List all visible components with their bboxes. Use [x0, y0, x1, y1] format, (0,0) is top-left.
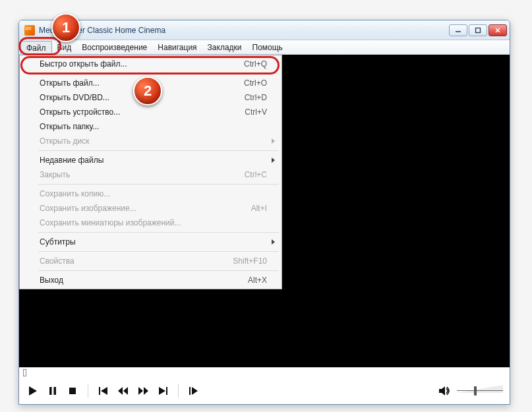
menu-item-6: Открыть диск	[21, 134, 280, 148]
play-button[interactable]	[26, 384, 40, 398]
app-icon	[24, 25, 35, 36]
menu-item-shortcut: Ctrl+C	[245, 170, 267, 179]
svg-rect-8	[99, 387, 100, 395]
maximize-button[interactable]	[469, 24, 487, 36]
menu-item-label: Открыть устройство...	[40, 107, 245, 117]
menu-item-shortcut: Alt+I	[251, 204, 267, 213]
menu-item-label: Быстро открыть файл...	[40, 59, 244, 69]
menu-separator	[38, 232, 279, 233]
menu-item-label: Открыть диск	[40, 136, 267, 146]
menu-item-shortcut: Ctrl+O	[244, 78, 267, 88]
menu-item-15[interactable]: Субтитры	[21, 235, 280, 249]
svg-marker-4	[29, 386, 37, 396]
volume-track-icon	[457, 385, 503, 393]
menu-item-0[interactable]: Быстро открыть файл...Ctrl+Q	[21, 57, 280, 71]
svg-rect-15	[166, 387, 167, 395]
menu-item-label: Свойства	[40, 256, 233, 266]
control-separator	[88, 384, 88, 397]
volume-thumb[interactable]	[474, 386, 477, 396]
mute-button[interactable]	[437, 384, 452, 398]
menu-item-label: Сохранить копию...	[40, 189, 267, 198]
menubar-item-3[interactable]: Навигация	[152, 40, 202, 54]
forward-button[interactable]	[136, 384, 150, 398]
menu-separator	[38, 150, 279, 151]
menu-item-11: Сохранить копию...	[21, 187, 280, 201]
menubar-item-1[interactable]: Вид	[52, 40, 77, 54]
control-separator	[178, 384, 179, 397]
menu-item-5[interactable]: Открыть папку...	[21, 119, 280, 134]
menu-item-label: Закрыть	[40, 170, 245, 179]
submenu-arrow-icon	[272, 158, 275, 163]
seek-bar[interactable]	[19, 367, 510, 378]
menu-item-label: Недавние файлы	[40, 156, 267, 165]
menubar-item-4[interactable]: Закладки	[202, 40, 247, 54]
playback-controls	[19, 378, 510, 404]
svg-rect-1	[476, 28, 481, 32]
svg-rect-16	[189, 387, 191, 395]
menu-item-label: Выход	[40, 276, 248, 285]
menu-item-shortcut: Alt+X	[248, 276, 267, 285]
menu-item-label: Сохранить изображение...	[40, 204, 251, 213]
window-title: Media Player Classic Home Cinema	[39, 26, 449, 35]
menu-separator	[38, 270, 279, 271]
svg-marker-18	[439, 386, 445, 396]
menu-separator	[38, 184, 279, 185]
menubar-item-5[interactable]: Помощь	[247, 40, 288, 54]
menu-item-label: Субтитры	[40, 237, 267, 247]
svg-rect-6	[54, 387, 57, 395]
menubar-item-0[interactable]: Файл	[20, 41, 52, 54]
menu-item-shortcut: Ctrl+Q	[244, 59, 267, 69]
svg-marker-10	[118, 387, 123, 395]
menu-item-13: Сохранить миниатюры изображений...	[21, 216, 280, 230]
menu-item-4[interactable]: Открыть устройство...Ctrl+V	[21, 105, 280, 119]
svg-rect-5	[49, 387, 52, 395]
menu-item-label: Сохранить миниатюры изображений...	[40, 218, 267, 227]
close-button[interactable]	[488, 24, 507, 36]
menu-item-shortcut: Ctrl+D	[245, 93, 267, 102]
menubar-item-2[interactable]: Воспроизведение	[76, 40, 152, 54]
stop-button[interactable]	[65, 384, 80, 398]
svg-marker-14	[159, 387, 165, 395]
submenu-arrow-icon	[272, 239, 275, 245]
submenu-arrow-icon	[272, 138, 275, 144]
menu-item-shortcut: Ctrl+V	[245, 107, 267, 117]
menu-item-19[interactable]: ВыходAlt+X	[21, 273, 280, 287]
rewind-button[interactable]	[116, 384, 131, 398]
volume-slider[interactable]	[457, 386, 503, 396]
menu-item-12: Сохранить изображение...Alt+I	[21, 201, 280, 216]
frame-step-button[interactable]	[187, 384, 201, 398]
menu-item-2[interactable]: Открыть файл...Ctrl+O	[21, 76, 280, 90]
menu-separator	[38, 251, 279, 252]
minimize-button[interactable]	[449, 24, 467, 36]
menu-item-label: Открыть DVD/BD...	[40, 93, 245, 102]
file-menu-dropdown: Быстро открыть файл...Ctrl+QОткрыть файл…	[19, 55, 282, 289]
svg-marker-12	[138, 387, 143, 395]
pause-button[interactable]	[45, 384, 60, 398]
svg-rect-7	[69, 388, 76, 394]
volume-track	[457, 390, 503, 391]
menu-item-17: СвойстваShift+F10	[21, 254, 280, 268]
menu-item-label: Открыть файл...	[40, 78, 244, 88]
menu-item-label: Открыть папку...	[40, 122, 267, 131]
titlebar[interactable]: Media Player Classic Home Cinema	[19, 20, 510, 40]
menu-separator	[38, 73, 279, 74]
menu-item-3[interactable]: Открыть DVD/BD...Ctrl+D	[21, 90, 280, 105]
svg-marker-11	[123, 387, 128, 395]
menu-item-shortcut: Shift+F10	[233, 256, 267, 266]
menubar: ФайлВидВоспроизведениеНавигацияЗакладкиП…	[19, 40, 510, 55]
menu-item-9: ЗакрытьCtrl+C	[21, 167, 280, 182]
menu-item-8[interactable]: Недавние файлы	[21, 153, 280, 167]
svg-marker-13	[144, 387, 148, 395]
svg-marker-9	[101, 387, 107, 395]
seek-handle[interactable]	[23, 369, 26, 376]
skip-back-button[interactable]	[96, 384, 111, 398]
svg-marker-17	[192, 387, 198, 395]
skip-forward-button[interactable]	[156, 384, 170, 398]
